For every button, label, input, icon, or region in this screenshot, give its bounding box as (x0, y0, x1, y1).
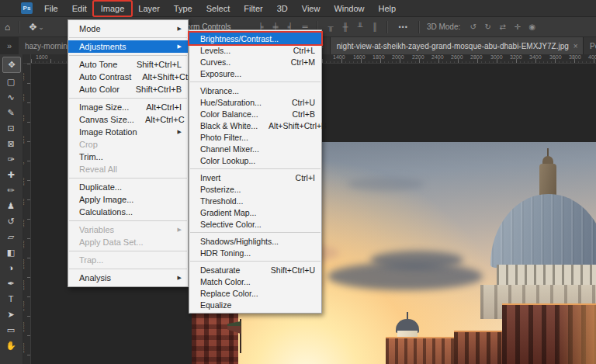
marquee-tool[interactable]: ▢ (2, 75, 19, 88)
menu-item-label: Invert (200, 173, 285, 182)
adjustments-item-desaturate[interactable]: DesaturateShift+Ctrl+U (189, 264, 321, 276)
align-icon[interactable]: ║ (369, 23, 379, 31)
type-tool[interactable]: T (2, 292, 19, 306)
menubar-item-image[interactable]: Image (94, 2, 132, 16)
menubar-item-file[interactable]: File (37, 2, 65, 16)
adjustments-item-curves[interactable]: Curves..Ctrl+M (189, 56, 321, 68)
3d-mode-icon[interactable]: ↻ (483, 23, 493, 31)
menu-separator (69, 220, 187, 221)
dodge-tool[interactable]: ◑ (2, 261, 19, 275)
align-icon[interactable]: ╨ (355, 23, 365, 31)
image-menu-item-trim[interactable]: Trim... (68, 151, 188, 163)
3d-mode-icon[interactable]: ⇄ (497, 23, 508, 31)
menu-item-label: Crop (79, 140, 182, 149)
frame-tool[interactable]: ⊠ (2, 137, 19, 151)
adjustments-item-channel-mixer[interactable]: Channel Mixer... (189, 143, 321, 154)
menu-item-label: Image Size... (79, 102, 135, 112)
tab-overflow-icon[interactable]: » (0, 37, 19, 54)
adjustments-item-selective-color[interactable]: Selective Color... (189, 218, 321, 230)
adjustments-item-hdr-toning[interactable]: HDR Toning... (189, 247, 321, 258)
adjustments-item-hue-saturation[interactable]: Hue/Saturation...Ctrl+U (189, 96, 321, 108)
3d-mode-icon[interactable]: ↺ (468, 23, 478, 31)
menubar-item-view[interactable]: View (295, 2, 327, 16)
adjustments-item-replace-color[interactable]: Replace Color... (189, 287, 321, 299)
brush-tool[interactable]: ✏ (2, 183, 19, 197)
adjustments-item-shadows-highlights[interactable]: Shadows/Highlights... (189, 235, 321, 247)
image-menu-item-apply-image[interactable]: Apply Image... (68, 193, 188, 206)
image-menu-item-reveal-all: Reveal All (68, 163, 188, 175)
image-menu-item-auto-contrast[interactable]: Auto ContrastAlt+Shift+Ctrl+L (68, 71, 188, 83)
move-tool[interactable]: ✥ (2, 57, 21, 73)
menu-separator (69, 178, 187, 179)
image-menu-item-image-rotation[interactable]: Image Rotation▶ (68, 126, 188, 138)
menubar-item-select[interactable]: Select (199, 2, 237, 16)
eraser-tool[interactable]: ▱ (2, 230, 19, 244)
image-menu-item-auto-color[interactable]: Auto ColorShift+Ctrl+B (68, 83, 188, 95)
adjustments-item-match-color[interactable]: Match Color... (189, 276, 321, 287)
align-icon[interactable]: ╥ (325, 23, 335, 31)
image-menu-item-apply-data-set: Apply Data Set... (68, 236, 188, 248)
rectangle-tool[interactable]: ▭ (2, 323, 19, 337)
image-menu-item-image-size[interactable]: Image Size...Alt+Ctrl+I (68, 101, 188, 113)
menu-item-label: Gradient Map... (200, 208, 315, 217)
vertical-ruler[interactable]: 8006004002000200400600800100012001400160… (23, 64, 31, 364)
menubar-item-window[interactable]: Window (327, 2, 371, 16)
adjustments-item-levels[interactable]: Levels...Ctrl+L (189, 44, 321, 56)
adjustments-item-posterize[interactable]: Posterize... (189, 183, 321, 195)
ruler-label: 2600 (451, 54, 463, 60)
menubar-item-type[interactable]: Type (167, 2, 199, 16)
menubar-item-3d[interactable]: 3D (270, 2, 295, 16)
adjustments-item-color-lookup[interactable]: Color Lookup... (189, 154, 321, 166)
clone-stamp-tool[interactable]: ♟ (2, 199, 19, 213)
menu-item-label: Auto Tone (79, 60, 126, 69)
adjustments-item-gradient-map[interactable]: Gradient Map... (189, 206, 321, 218)
healing-brush-tool[interactable]: ✚ (2, 168, 19, 182)
image-menu-item-calculations[interactable]: Calculations... (68, 206, 188, 218)
3d-mode-label: 3D Mode: (427, 23, 460, 31)
adjustments-item-vibrance[interactable]: Vibrance... (189, 85, 321, 96)
more-options-button[interactable]: ••• (398, 23, 407, 31)
gradient-tool[interactable]: ◧ (2, 245, 19, 259)
lasso-tool[interactable]: ∿ (2, 90, 19, 104)
tab-perth[interactable]: Perth (584, 37, 596, 54)
adjustments-item-exposure[interactable]: Exposure... (189, 68, 321, 79)
image-menu-item-auto-tone[interactable]: Auto ToneShift+Ctrl+L (68, 58, 188, 71)
ruler-label: 4000 (588, 54, 596, 60)
image-menu-item-adjustments[interactable]: Adjustments▶ (68, 40, 188, 53)
image-menu-item-canvas-size[interactable]: Canvas Size...Alt+Ctrl+C (68, 113, 188, 126)
close-icon[interactable]: × (573, 42, 578, 50)
menu-item-shortcut: Ctrl+L (293, 46, 315, 55)
path-selection-tool[interactable]: ➤ (2, 307, 19, 321)
adjustments-item-equalize[interactable]: Equalize (189, 299, 321, 310)
history-brush-tool[interactable]: ↺ (2, 214, 19, 228)
home-icon[interactable]: ⌂ (0, 22, 15, 33)
chevron-down-icon[interactable]: ⌄ (38, 23, 44, 31)
menubar-item-layer[interactable]: Layer (131, 2, 167, 16)
hand-tool[interactable]: ✋ (2, 338, 19, 352)
adjustments-item-color-balance[interactable]: Color Balance...Ctrl+B (189, 108, 321, 120)
adjustments-item-invert[interactable]: InvertCtrl+I (189, 172, 321, 183)
tab-night-view-mosque[interactable]: night-view-at-sheikh-zayed-grand-mosque-… (331, 37, 584, 54)
adjustments-item-brightness-contrast[interactable]: Brightness/Contrast... (189, 33, 321, 44)
eyedropper-tool[interactable]: ✑ (2, 152, 19, 166)
adjustments-item-black-white[interactable]: Black & White...Alt+Shift+Ctrl+B (189, 120, 321, 131)
image-menu-item-duplicate[interactable]: Duplicate... (68, 181, 188, 193)
menu-item-label: Curves.. (200, 57, 280, 67)
menu-item-label: Match Color... (200, 277, 315, 286)
menu-item-label: Replace Color... (200, 289, 315, 298)
3d-mode-icon[interactable]: ◉ (527, 23, 537, 31)
menubar-item-help[interactable]: Help (372, 2, 404, 16)
pen-tool[interactable]: ✒ (2, 276, 19, 290)
image-menu-item-analysis[interactable]: Analysis▶ (68, 272, 188, 284)
3d-mode-icon[interactable]: ✛ (512, 23, 522, 31)
quick-selection-tool[interactable]: ✎ (2, 106, 19, 120)
menubar-item-filter[interactable]: Filter (237, 2, 269, 16)
adjustments-item-photo-filter[interactable]: Photo Filter... (189, 131, 321, 143)
crop-tool[interactable]: ⊡ (2, 121, 19, 135)
ruler-label: 2800 (470, 54, 483, 60)
image-menu-item-mode[interactable]: Mode▶ (68, 23, 188, 35)
ruler-label: 3800 (569, 54, 581, 60)
align-icon[interactable]: ╫ (340, 23, 350, 31)
adjustments-item-threshold[interactable]: Threshold... (189, 195, 321, 206)
menubar-item-edit[interactable]: Edit (65, 2, 94, 16)
